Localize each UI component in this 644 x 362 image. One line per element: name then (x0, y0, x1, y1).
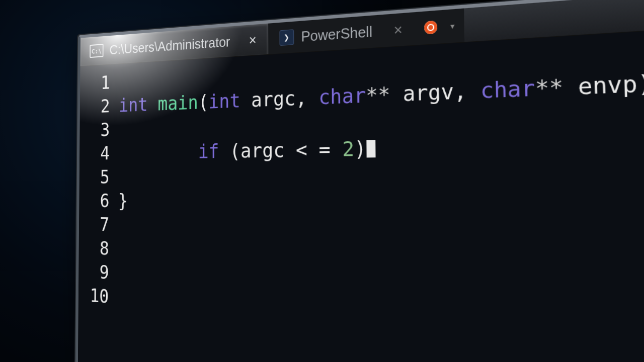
cmd-icon: C:\ (90, 44, 103, 58)
line-number: 3 (79, 118, 110, 142)
close-icon[interactable]: × (249, 31, 257, 49)
line-number: 9 (78, 259, 109, 285)
dropdown-icon[interactable]: ▾ (450, 21, 455, 31)
line-number: 1 (80, 71, 110, 96)
line-number: 8 (78, 236, 109, 260)
line-number: 2 (80, 95, 110, 119)
cursor (366, 140, 375, 157)
viewport: C:\ C:\Users\Administrator × ❯ PowerShel… (0, 0, 644, 362)
line-number: 7 (79, 212, 109, 236)
ubuntu-icon (425, 21, 438, 35)
tab-title: C:\Users\Administrator (110, 33, 230, 58)
editor-area[interactable]: 1 2 3 4 5 6 7 8 9 10 int main(int argc, … (77, 13, 644, 362)
code-line: if (argc < = 2) (118, 122, 644, 165)
line-number: 4 (79, 141, 110, 165)
tab-title: PowerShell (301, 23, 372, 45)
powershell-icon: ❯ (279, 29, 294, 46)
line-number: 5 (79, 165, 110, 189)
line-number: 6 (79, 189, 109, 213)
code-line: } (118, 189, 644, 224)
terminal-window: C:\ C:\Users\Administrator × ❯ PowerShel… (74, 0, 644, 362)
code-content[interactable]: int main(int argc, char** argv, char** e… (114, 13, 644, 362)
close-icon[interactable]: × (393, 21, 403, 39)
code-line: int main(int argc, char** argv, char** e… (119, 55, 644, 118)
line-number: 10 (78, 283, 109, 309)
line-number-gutter: 1 2 3 4 5 6 7 8 9 10 (77, 64, 117, 362)
tab-ubuntu[interactable]: ▾ (415, 9, 465, 45)
